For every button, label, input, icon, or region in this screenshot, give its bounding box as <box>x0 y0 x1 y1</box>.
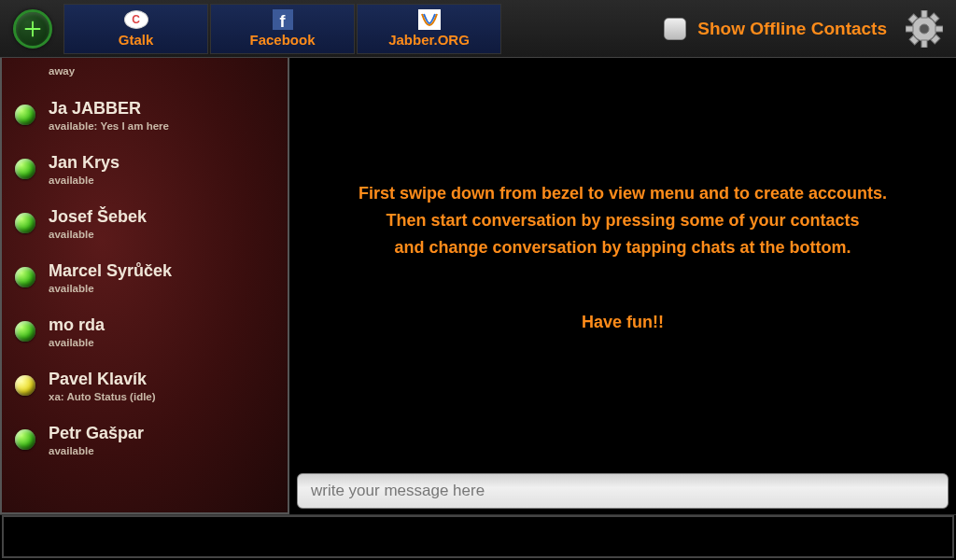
contacts-panel[interactable]: awayJa JABBERavailable: Yes I am hereJan… <box>0 58 289 514</box>
presence-indicator-icon <box>15 213 35 233</box>
svg-point-9 <box>920 24 929 34</box>
contact-status: available <box>49 283 172 294</box>
account-tab-facebook[interactable]: fFacebook <box>210 4 355 54</box>
contact-name: Ja JABBER <box>49 99 169 119</box>
contact-status: away <box>49 65 75 77</box>
gtalk-icon: C <box>124 9 148 30</box>
show-offline-label: Show Offline Contacts <box>697 19 887 39</box>
top-bar: CGtalkfFacebookJabber.ORG Show Offline C… <box>0 0 956 58</box>
presence-indicator-icon <box>15 375 35 396</box>
contact-status: available <box>49 445 144 456</box>
contact-status: available <box>49 175 120 186</box>
presence-indicator-icon <box>15 429 35 450</box>
gear-icon <box>906 10 943 48</box>
presence-indicator-icon <box>15 159 35 179</box>
plus-icon <box>22 19 43 39</box>
account-tabs: CGtalkfFacebookJabber.ORG <box>63 4 503 54</box>
contact-name: Petr Gašpar <box>49 424 144 443</box>
contact-row[interactable]: mo rdaavailable <box>2 304 288 358</box>
contact-name: Pavel Klavík <box>49 370 156 389</box>
svg-rect-4 <box>935 26 943 32</box>
contact-row[interactable]: Marcel Syrůčekavailable <box>2 250 288 304</box>
account-tab-gtalk[interactable]: CGtalk <box>63 4 208 54</box>
account-tab-label: Gtalk <box>119 32 154 48</box>
svg-rect-3 <box>906 26 913 32</box>
xmpp-icon <box>417 9 442 30</box>
instructions-text: First swipe down from bezel to view menu… <box>289 58 956 514</box>
settings-button[interactable] <box>904 8 945 49</box>
message-input-container <box>297 473 949 509</box>
message-input[interactable] <box>297 473 949 509</box>
contact-row[interactable]: Ja JABBERavailable: Yes I am here <box>2 88 288 142</box>
contact-row[interactable]: Pavel Klavíkxa: Auto Status (idle) <box>2 358 288 413</box>
bottom-chat-bar[interactable] <box>2 515 954 558</box>
instructions-line: and change conversation by tapping chats… <box>394 234 851 261</box>
presence-indicator-icon <box>15 105 35 125</box>
instructions-line: Have fun!! <box>582 309 664 336</box>
contact-row[interactable]: Petr Gašparavailable <box>2 413 288 467</box>
presence-indicator-icon <box>15 321 35 342</box>
contact-status: available <box>49 337 105 348</box>
contact-row[interactable]: away <box>2 60 288 88</box>
contact-name: Marcel Syrůček <box>49 261 172 281</box>
contact-status: available <box>49 229 147 240</box>
account-tab-label: Jabber.ORG <box>388 32 470 48</box>
instructions-line: Then start conversation by pressing some… <box>386 207 859 234</box>
account-tab-label: Facebook <box>249 32 315 48</box>
svg-rect-1 <box>921 10 927 18</box>
contact-status: available: Yes I am here <box>49 120 169 132</box>
checkbox-icon <box>664 18 686 40</box>
account-tab-xmpp[interactable]: Jabber.ORG <box>357 4 501 54</box>
main-area: awayJa JABBERavailable: Yes I am hereJan… <box>0 58 956 515</box>
contact-name: mo rda <box>49 315 105 335</box>
facebook-icon: f <box>271 9 295 30</box>
svg-rect-2 <box>921 40 927 48</box>
contact-row[interactable]: Josef Šebekavailable <box>2 196 288 250</box>
chat-panel: First swipe down from bezel to view menu… <box>289 58 956 514</box>
contact-name: Jan Krys <box>49 153 120 173</box>
add-account-button[interactable] <box>13 9 52 49</box>
contact-name: Josef Šebek <box>49 207 147 227</box>
contact-row[interactable]: Jan Krysavailable <box>2 142 288 196</box>
contact-status: xa: Auto Status (idle) <box>49 391 156 402</box>
presence-indicator-icon <box>15 267 35 287</box>
show-offline-toggle[interactable]: Show Offline Contacts <box>664 18 887 40</box>
instructions-line: First swipe down from bezel to view menu… <box>358 180 887 207</box>
